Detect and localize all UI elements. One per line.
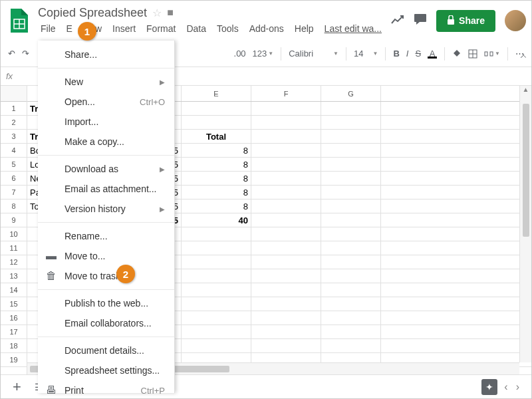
row-header[interactable]: 4 [1,144,27,158]
row-header[interactable]: 11 [1,241,27,255]
redo-button[interactable]: ↷ [20,46,31,61]
svg-rect-4 [448,19,454,25]
doc-title[interactable]: Copied Spreadsheet [38,6,147,20]
menu-move-to-trash[interactable]: 🗑Move to trash [38,266,174,286]
italic-button[interactable]: I [404,46,411,61]
expand-icon[interactable]: ㅅ [519,51,527,62]
font-size[interactable]: 14▼ [352,46,380,61]
svg-rect-8 [485,52,487,56]
share-label: Share [459,15,485,26]
row-header[interactable]: 7 [1,186,27,200]
menu-settings[interactable]: Spreadsheet settings... [38,360,174,380]
strike-button[interactable]: S [413,46,423,61]
chevron-right-icon: ▶ [160,78,165,86]
menu-insert[interactable]: Insert [107,21,141,36]
fill-color-button[interactable] [450,47,464,61]
menu-new[interactable]: New▶ [38,72,174,92]
select-all-corner[interactable] [1,86,27,102]
menu-download[interactable]: Download as▶ [38,159,174,179]
chevron-right-icon[interactable]: › [516,381,519,393]
format-123[interactable]: 123▼ [251,46,276,61]
trash-icon: 🗑 [46,270,57,282]
trend-icon[interactable] [391,14,404,28]
row-header[interactable]: 14 [1,283,27,297]
fx-label: fx [6,71,13,81]
menu-format[interactable]: Format [141,21,181,36]
bold-button[interactable]: B [391,46,401,61]
row-header[interactable]: 18 [1,339,27,353]
chevron-right-icon: ▶ [160,205,165,213]
cell[interactable]: Total [182,130,251,143]
cell[interactable]: 8 [182,172,251,185]
sheets-logo[interactable] [6,7,33,34]
cell[interactable]: 8 [182,200,251,213]
comment-icon[interactable] [414,13,427,29]
row-header[interactable]: 6 [1,172,27,186]
lock-icon [447,15,455,27]
merge-button[interactable]: ▼ [482,47,502,61]
svg-rect-3 [414,14,426,22]
row-header[interactable]: 16 [1,311,27,325]
folder-icon: ▬ [46,250,57,262]
avatar[interactable] [505,10,526,31]
chevron-right-icon: ▶ [160,166,165,173]
undo-button[interactable]: ↶ [6,46,17,61]
menu-print[interactable]: 🖶PrintCtrl+P [38,380,174,399]
cell[interactable]: 8 [182,144,251,157]
row-header[interactable]: 8 [1,200,27,213]
row-header[interactable]: 2 [1,116,27,130]
menu-tools[interactable]: Tools [211,21,244,36]
menu-email-attachment[interactable]: Email as attachment... [38,179,174,199]
file-menu-dropdown: Share... New▶ Open...Ctrl+O Import... Ma… [38,41,175,393]
menu-version-history[interactable]: Version history▶ [38,199,174,219]
print-icon: 🖶 [46,384,57,396]
scroll-thumb[interactable] [523,104,529,237]
callout-badge: 2 [116,265,135,283]
row-header[interactable]: 1 [1,102,27,116]
menu-help[interactable]: Help [289,21,319,36]
explore-button[interactable]: ✦ [481,379,497,395]
decrease-decimal[interactable]: .00 [232,46,248,61]
row-header[interactable]: 17 [1,325,27,339]
col-header[interactable]: F [251,86,321,101]
cell[interactable]: 8 [182,158,251,171]
menu-data[interactable]: Data [181,21,211,36]
row-header[interactable]: 9 [1,213,27,227]
menu-edit[interactable]: E [61,21,78,36]
scrollbar-vertical[interactable]: ▲ [519,86,531,362]
row-header[interactable]: 10 [1,227,27,241]
row-header[interactable]: 12 [1,255,27,269]
row-header[interactable]: 5 [1,158,27,172]
scroll-up-icon[interactable]: ▲ [521,86,531,93]
borders-button[interactable] [466,47,479,61]
row-header[interactable]: 3 [1,130,27,144]
menu-addons[interactable]: Add-ons [244,21,289,36]
row-header[interactable]: 19 [1,353,27,367]
cell[interactable]: 40 [182,213,251,227]
menu-make-copy[interactable]: Make a copy... [38,132,174,152]
menu-share[interactable]: Share... [38,45,174,65]
font-select[interactable]: Calibri▼ [287,46,340,61]
menu-import[interactable]: Import... [38,112,174,132]
svg-rect-9 [490,52,493,56]
col-header[interactable]: G [321,86,381,101]
menu-email-collab[interactable]: Email collaborators... [38,313,174,333]
menu-open[interactable]: Open...Ctrl+O [38,92,174,112]
row-header[interactable]: 13 [1,269,27,283]
last-edit[interactable]: Last edit wa... [319,21,387,36]
text-color-button[interactable]: A [426,46,439,61]
folder-icon[interactable]: ■ [167,7,174,19]
menu-publish[interactable]: Publish to the web... [38,293,174,313]
menu-file[interactable]: File [35,21,61,36]
chevron-left-icon[interactable]: ‹ [504,381,507,393]
callout-badge: 1 [78,22,96,41]
share-button[interactable]: Share [436,10,495,32]
cell[interactable]: 8 [182,186,251,199]
add-sheet-button[interactable]: + [6,378,28,396]
row-header[interactable]: 15 [1,297,27,311]
menu-doc-details[interactable]: Document details... [38,340,174,360]
menu-move-to[interactable]: ▬Move to... [38,246,174,266]
menu-rename[interactable]: Rename... [38,226,174,246]
star-icon[interactable]: ☆ [152,7,162,19]
col-header[interactable]: E [182,86,251,101]
